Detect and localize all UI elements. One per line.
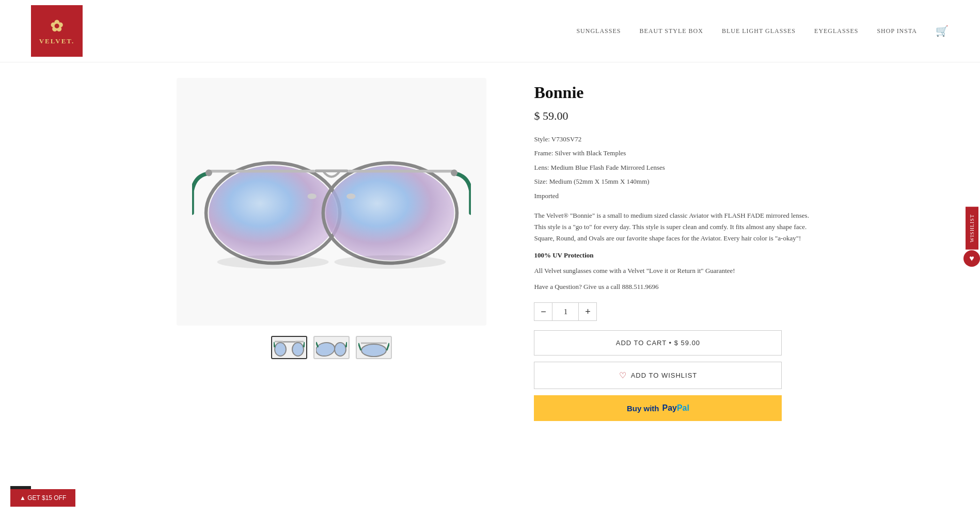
- product-price: $ 59.00: [534, 109, 820, 123]
- svg-line-26: [358, 343, 361, 350]
- thumbnail-list: [271, 336, 392, 359]
- paypal-buy-button[interactable]: Buy with PayPal: [534, 395, 782, 421]
- svg-point-20: [316, 343, 336, 356]
- svg-rect-13: [283, 341, 295, 343]
- nav-item-shop-insta[interactable]: SHOP INSTA: [877, 27, 917, 35]
- product-title: Bonnie: [534, 83, 820, 102]
- brand-name: VELVET.: [39, 37, 75, 45]
- svg-point-8: [451, 169, 457, 176]
- svg-point-12: [334, 255, 446, 269]
- svg-point-9: [307, 193, 316, 199]
- product-lens: Lens: Medium Blue Flash Fade Mirrored Le…: [534, 161, 820, 173]
- paypal-pal-text: Pal: [677, 403, 689, 413]
- svg-line-19: [304, 342, 305, 347]
- svg-point-10: [346, 193, 355, 199]
- paypal-pay-text: Pay: [662, 403, 676, 413]
- svg-point-4: [326, 166, 454, 261]
- product-meta: Style: V730SV72 Frame: Silver with Black…: [534, 133, 820, 202]
- add-to-wishlist-button[interactable]: ♡ ADD TO WISHLIST: [534, 362, 782, 389]
- product-description: The Velvet® "Bonnie" is a small to mediu…: [534, 210, 820, 244]
- svg-point-17: [292, 343, 304, 356]
- quantity-increase-button[interactable]: +: [578, 302, 597, 321]
- svg-point-2: [209, 166, 337, 261]
- thumbnail-3[interactable]: [356, 336, 392, 359]
- main-content: Bonnie $ 59.00 Style: V730SV72 Frame: Si…: [129, 62, 851, 437]
- product-image-area: [160, 78, 503, 421]
- svg-line-23: [346, 342, 347, 347]
- svg-line-22: [316, 342, 318, 347]
- add-to-wishlist-label: ADD TO WISHLIST: [631, 371, 698, 379]
- paypal-buy-text: Buy with: [627, 404, 659, 413]
- product-style: Style: V730SV72: [534, 133, 820, 145]
- add-to-cart-button[interactable]: ADD TO CART • $ 59.00: [534, 330, 782, 356]
- nav-item-blue-light-glasses[interactable]: BLUE LIGHT GLASSES: [722, 27, 796, 35]
- quantity-value: 1: [552, 302, 578, 321]
- wishlist-tab-label[interactable]: WISHLIST: [966, 207, 978, 250]
- product-guarantee: All Velvet sunglasses come with a Velvet…: [534, 266, 820, 277]
- svg-point-25: [361, 344, 386, 357]
- quantity-decrease-button[interactable]: −: [534, 302, 552, 321]
- svg-point-21: [335, 343, 346, 356]
- thumbnail-2[interactable]: [313, 336, 350, 359]
- svg-line-27: [387, 343, 389, 350]
- nav-item-eyeglasses[interactable]: EYEGLASSES: [814, 27, 858, 35]
- quantity-row: − 1 +: [534, 302, 820, 321]
- header: ✿ VELVET. SUNGLASSES BEAUT STYLE BOX BLU…: [0, 0, 980, 62]
- product-details: Bonnie $ 59.00 Style: V730SV72 Frame: Si…: [534, 78, 820, 421]
- svg-rect-0: [314, 169, 348, 172]
- nav-item-beaut-style-box[interactable]: BEAUT STYLE BOX: [639, 27, 703, 35]
- wishlist-heart-icon[interactable]: ♥: [963, 250, 980, 267]
- svg-point-11: [217, 255, 328, 269]
- cart-icon[interactable]: 🛒: [936, 25, 949, 37]
- svg-point-16: [275, 343, 286, 356]
- svg-line-18: [274, 342, 275, 347]
- logo-flower-icon: ✿: [50, 17, 64, 35]
- product-frame: Frame: Silver with Black Temples: [534, 147, 820, 159]
- brand-logo[interactable]: ✿ VELVET.: [31, 5, 83, 57]
- sunglasses-illustration: [192, 124, 471, 280]
- main-product-image: [177, 78, 486, 326]
- product-imported: Imported: [534, 190, 820, 202]
- product-phone: Have a Question? Give us a call 888.511.…: [534, 283, 820, 291]
- thumbnail-1[interactable]: [271, 336, 307, 359]
- main-nav: SUNGLASSES BEAUT STYLE BOX BLUE LIGHT GL…: [576, 25, 949, 37]
- svg-point-7: [206, 169, 212, 176]
- nav-item-sunglasses[interactable]: SUNGLASSES: [576, 27, 621, 35]
- product-size: Size: Medium (52mm X 15mm X 140mm): [534, 175, 820, 187]
- product-uv: 100% UV Protection: [534, 251, 820, 260]
- wishlist-tab[interactable]: WISHLIST ♥: [963, 207, 980, 267]
- wishlist-heart-btn-icon: ♡: [619, 370, 627, 380]
